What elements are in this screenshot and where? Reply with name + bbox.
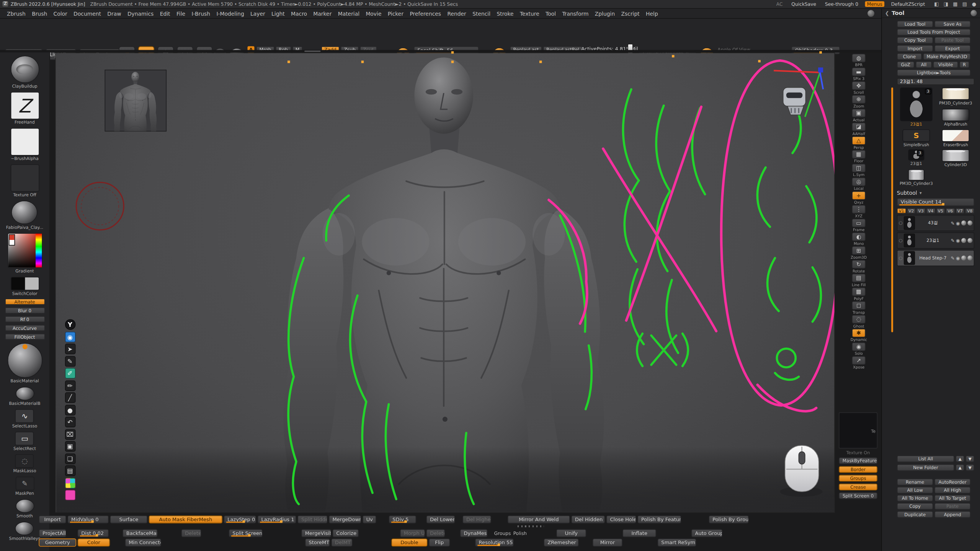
bottom-bar-item[interactable]: Delete <box>426 529 445 537</box>
bottom-bar-item[interactable]: Surface <box>110 515 147 523</box>
annotation-tool-icon[interactable]: ◉ <box>65 331 75 342</box>
bottom-bar-item[interactable]: Split Hidden <box>297 515 327 523</box>
menu-item[interactable]: Zbrush <box>4 10 29 16</box>
window-layout-icon[interactable]: ● <box>971 1 978 7</box>
shelf-button[interactable]: ⊞ Zoom3D <box>849 246 868 259</box>
texture-preview[interactable]: Te <box>839 412 877 449</box>
tool-button[interactable]: Lightbox►Tools <box>897 69 971 76</box>
title-bar-toggle[interactable]: QuickSave <box>789 1 818 7</box>
subtool-row[interactable]: ○ Head Step-7 ✎ ◉ <box>897 250 974 266</box>
bottom-bar-item[interactable]: Polish <box>513 530 528 536</box>
right-strip-button[interactable]: Border <box>839 466 877 473</box>
tool-button[interactable]: Import <box>897 45 933 52</box>
move-down-icon[interactable]: ▼ <box>965 455 974 462</box>
menu-item[interactable]: Light <box>268 10 288 16</box>
shelf-button[interactable]: ◍ BPR <box>849 54 868 67</box>
left-tray-item[interactable]: FabioPaiva_Clay... <box>6 201 43 230</box>
tool-button[interactable]: All <box>916 61 932 68</box>
shelf-button[interactable]: ↗ Xpose <box>849 356 868 369</box>
tool-thumbnail[interactable]: 3 23걸1 <box>897 149 936 167</box>
tool-button[interactable]: Visible <box>933 61 958 68</box>
left-tray-item[interactable]: ▭ SelectRect <box>13 432 36 451</box>
shader-ball-icon[interactable] <box>961 220 966 225</box>
bottom-bar-item[interactable]: ZRemesher <box>544 538 578 546</box>
shelf-button[interactable]: ✥ Scroll <box>849 81 868 94</box>
shelf-button[interactable]: + Qxyz <box>849 191 868 204</box>
left-tray-item[interactable]: SmoothValleys <box>9 522 41 541</box>
bottom-bar-item[interactable]: Del Hidden <box>571 515 605 523</box>
menu-item[interactable]: Material <box>335 10 363 16</box>
bottom-bar-item[interactable]: Delete <box>181 529 201 537</box>
bottom-bar-item[interactable]: BackfaceMask <box>122 529 157 537</box>
annotation-tool-icon[interactable]: ❏ <box>65 453 75 464</box>
menu-item[interactable]: Macro <box>288 10 310 16</box>
visible-count-slider[interactable]: Visible Count 14 <box>897 198 974 206</box>
annotation-tool-icon[interactable]: ▤ <box>65 465 75 476</box>
bottom-bar-item[interactable]: Groups <box>494 530 511 536</box>
tool-thumbnail[interactable]: S SimpleBrush <box>897 129 936 147</box>
right-strip-button[interactable]: Groups <box>839 475 877 482</box>
title-bar-toggle[interactable]: AC <box>774 1 785 7</box>
eye-icon[interactable]: ◉ <box>956 255 960 261</box>
title-bar-toggle[interactable]: See-through 0 <box>823 1 860 7</box>
annotation-tool-icon[interactable]: ↶ <box>65 417 75 427</box>
palette-menu-icon[interactable] <box>971 10 977 16</box>
bottom-bar-item[interactable]: Close Holes <box>606 515 636 523</box>
tool-button[interactable]: Save As <box>934 21 971 28</box>
subtool-row[interactable]: ○ 43걸 ✎ ◉ <box>897 215 974 231</box>
menu-item[interactable]: Preferences <box>407 10 444 16</box>
bottom-bar-item[interactable]: Auto Groups <box>691 529 723 537</box>
menu-item[interactable]: Dynamics <box>124 10 157 16</box>
polypaint-icon[interactable]: ✎ <box>951 220 955 226</box>
bottom-bar-item[interactable]: Mirror And Weld <box>508 515 570 523</box>
shelf-button[interactable]: ◌ Ghost <box>849 315 868 328</box>
subtool-action-button[interactable]: Copy <box>897 503 933 510</box>
subtool-action-button[interactable]: All Low <box>897 487 933 494</box>
tool-button[interactable]: Export <box>934 45 971 52</box>
bottom-bar-item[interactable]: Geometry <box>39 538 76 546</box>
bottom-bar-item[interactable]: MidValue 0 <box>67 515 109 523</box>
title-bar-toggle[interactable]: Menus <box>865 1 884 7</box>
bottom-bar-item[interactable]: Dist 0.02 <box>77 529 109 537</box>
left-tray-item[interactable]: ClayBuildup <box>10 55 39 89</box>
subtool-view-tab[interactable]: V2 <box>906 208 916 214</box>
annotation-tool-icon[interactable] <box>65 478 75 488</box>
bottom-bar-item[interactable]: Del Higher <box>462 515 491 523</box>
tool-thumbnail[interactable]: PM3D_Cylinder3 <box>938 88 974 107</box>
window-layout-icon[interactable]: ▦ <box>952 1 959 7</box>
annotation-tool-icon[interactable]: Y <box>65 319 75 330</box>
radio-icon[interactable]: ○ <box>899 220 903 225</box>
shelf-button[interactable]: ◐ Mono <box>849 232 868 245</box>
shelf-button[interactable]: ▣ Actual <box>849 109 868 122</box>
shelf-button[interactable]: ◎ Local <box>849 178 868 191</box>
menu-item[interactable]: Brush <box>29 10 50 16</box>
shader-ball-icon[interactable] <box>967 220 972 225</box>
shelf-button[interactable]: ◫ L.Sym <box>849 164 868 177</box>
menu-item[interactable]: Color <box>50 10 70 16</box>
left-tray-item[interactable]: ✎ MaskPen <box>15 477 34 496</box>
subtool-header[interactable]: Subtool ▾ <box>897 190 974 196</box>
menu-item[interactable]: Transform <box>559 10 591 16</box>
bottom-bar-item[interactable]: Polish By Features <box>637 515 681 523</box>
shelf-button[interactable]: ▦ Floor <box>849 150 868 163</box>
left-tray-item[interactable]: Z FreeHand <box>10 92 39 125</box>
tool-button[interactable]: Load Tools From Project <box>897 29 971 36</box>
menu-item[interactable]: Picker <box>385 10 407 16</box>
bottom-bar-item[interactable]: DynaMesh <box>460 529 488 537</box>
move-up-icon[interactable]: ▲ <box>956 455 964 462</box>
menu-item[interactable]: Movie <box>363 10 384 16</box>
menu-item[interactable]: Render <box>444 10 469 16</box>
menu-item[interactable]: Stencil <box>469 10 493 16</box>
subtool-action-button[interactable]: All To Home <box>897 495 933 502</box>
bottom-bar-item[interactable]: Min Connected f <box>125 538 162 546</box>
tool-button[interactable]: GoZ <box>897 61 915 68</box>
bottom-bar-item[interactable]: Mirror <box>593 538 622 546</box>
tool-button[interactable]: Copy Tool <box>897 37 933 44</box>
shader-ball-icon[interactable] <box>967 256 972 261</box>
bottom-bar-item[interactable]: Uv <box>363 515 376 523</box>
menu-item[interactable]: Texture <box>517 10 542 16</box>
left-tray-item[interactable]: Gradient <box>7 233 42 274</box>
subtool-row[interactable]: ○ 23걸1 ✎ ◉ <box>897 232 974 248</box>
subtool-action-button[interactable]: Rename <box>897 479 933 486</box>
subtool-view-tab[interactable]: V3 <box>916 208 926 214</box>
